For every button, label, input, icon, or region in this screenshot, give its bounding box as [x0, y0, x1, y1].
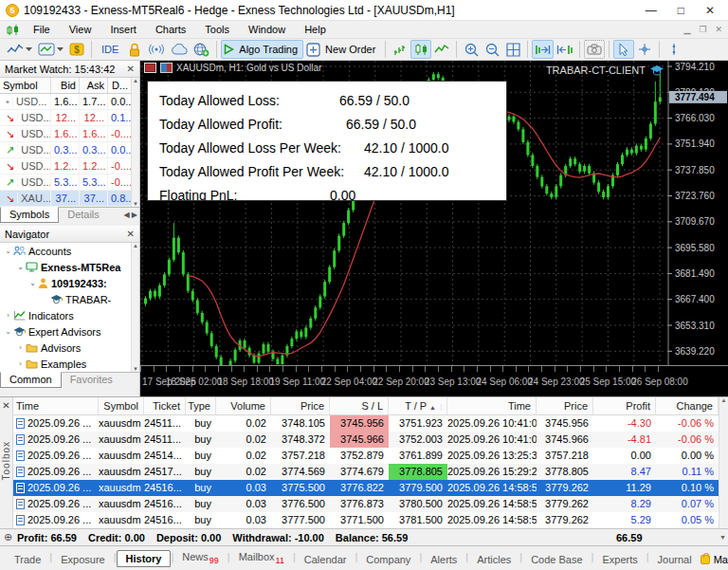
chart-style-icon[interactable] — [4, 40, 35, 59]
market-watch-row[interactable]: ↗ USD...5.3...5.3...-0.... — [0, 175, 139, 191]
menu-insert[interactable]: Insert — [100, 21, 146, 38]
close-button[interactable]: ✕ — [705, 4, 715, 17]
time-axis[interactable]: 17 Sep 202518 Sep 02:0018 Sep 18:0019 Se… — [140, 365, 728, 396]
signals-icon[interactable] — [145, 40, 168, 59]
tab-details[interactable]: Details — [59, 208, 108, 223]
expander-icon[interactable]: ⌄ — [28, 279, 37, 287]
history-column-5[interactable]: Price — [271, 397, 330, 414]
history-column-11[interactable]: Change — [656, 397, 719, 414]
history-table-row[interactable]: 2025.09.26 ...xauusdm24516...buy0.033776… — [13, 496, 719, 512]
menu-file[interactable]: File — [24, 21, 60, 38]
navigator-item-examples[interactable]: ›Examples — [0, 356, 139, 372]
market-watch-scrollbar[interactable]: ▲▼ — [131, 78, 139, 207]
history-column-0[interactable]: Time — [13, 397, 99, 414]
tab-symbols[interactable]: Symbols — [0, 207, 59, 223]
history-column-2[interactable]: Ticket — [144, 397, 186, 414]
market-watch-row[interactable]: ↗ USD...0.3...0.3...0.0... — [0, 142, 139, 158]
history-column-10[interactable]: Profit — [593, 397, 656, 414]
child-close-button[interactable]: ✕ — [715, 25, 722, 34]
history-column-3[interactable]: Type — [186, 397, 216, 414]
chart-canvas[interactable]: 3794.2103780.1203766.0303751.9403737.850… — [140, 61, 728, 365]
market-watch-row[interactable]: ↘ USD...12...12...0.1... — [0, 110, 139, 126]
history-column-6[interactable]: S / L — [330, 397, 389, 414]
expander-icon[interactable]: › — [16, 343, 25, 352]
history-table-row[interactable]: 2025.09.26 ...xauusdm24517...buy0.023774… — [13, 464, 719, 480]
ide-button[interactable]: IDE — [96, 40, 124, 59]
expander-icon[interactable]: ⌄ — [4, 247, 12, 255]
toolbox-tab-exposure[interactable]: Exposure — [52, 552, 113, 567]
market-watch-column-ask[interactable]: Ask — [80, 78, 108, 93]
tab-common[interactable]: Common — [0, 372, 62, 388]
bar-chart-icon[interactable] — [390, 40, 410, 59]
menu-tools[interactable]: Tools — [195, 21, 239, 38]
toolbox-tab-history[interactable]: History — [117, 550, 172, 567]
menu-charts[interactable]: Charts — [146, 21, 195, 38]
auto-scroll-icon[interactable] — [532, 40, 554, 59]
tab-favorites[interactable]: Favorites — [62, 373, 121, 388]
history-column-9[interactable]: Price — [537, 397, 593, 414]
market-button[interactable]: Market — [701, 554, 728, 565]
history-scrollbar[interactable]: ▲ — [719, 397, 728, 546]
toolbox-tab-experts[interactable]: Experts — [593, 552, 646, 567]
market-watch-column-bid[interactable]: Bid — [51, 78, 80, 93]
history-table-row[interactable]: 2025.09.26 ...xauusdm24514...buy0.023757… — [13, 448, 719, 464]
vertical-line-icon[interactable] — [664, 40, 684, 59]
history-column-4[interactable]: Volume — [216, 397, 271, 414]
chart-shift-icon[interactable] — [554, 40, 575, 59]
history-table-row[interactable]: 2025.09.26 ...xauusdm24511...buy0.023748… — [13, 432, 719, 448]
toolbox-tab-mailbox[interactable]: Mailbox11 — [230, 549, 293, 567]
toolbox-tab-alerts[interactable]: Alerts — [422, 552, 465, 567]
history-table-row[interactable]: 2025.09.26 ...xauusdm24516...buy0.033775… — [13, 480, 719, 496]
toolbox-tab-code-base[interactable]: Code Base — [522, 552, 591, 567]
menu-window[interactable]: Window — [239, 21, 295, 38]
candlestick-icon[interactable] — [410, 40, 431, 59]
toolbox-tab-journal[interactable]: Journal — [649, 552, 701, 567]
market-watch-row[interactable]: • USD...1.6...1.7...0.0... — [0, 94, 139, 110]
chart-menu-icon[interactable] — [144, 63, 156, 73]
navigator-scrollbar[interactable]: ▲▼ — [131, 243, 139, 372]
scroll-down-icon[interactable]: ▼ — [719, 534, 726, 541]
market-watch-close-icon[interactable]: ✕ — [127, 64, 135, 74]
zoom-out-icon[interactable] — [482, 40, 502, 59]
toolbox-close-icon[interactable]: ✕ — [0, 397, 12, 411]
zoom-in-icon[interactable] — [461, 40, 482, 59]
menu-help[interactable]: Help — [295, 21, 336, 38]
deposit-icon[interactable]: $ — [66, 40, 87, 59]
toolbox-tab-company[interactable]: Company — [357, 552, 419, 567]
navigator-close-icon[interactable]: ✕ — [127, 229, 135, 239]
toolbox-tab-articles[interactable]: Articles — [468, 552, 519, 567]
child-restore-button[interactable]: ❐ — [699, 25, 706, 34]
navigator-item-indicators[interactable]: ›Indicators — [0, 307, 139, 323]
line-chart-icon[interactable] — [431, 40, 452, 59]
market-watch-row[interactable]: ↘ USD...1.6...1.6...-0.... — [0, 126, 139, 142]
toolbox-tab-trade[interactable]: Trade — [6, 552, 49, 567]
history-table-row[interactable]: 2025.09.26 ...xauusdm24511...buy0.023748… — [13, 415, 719, 432]
toolbox-tab-calendar[interactable]: Calendar — [296, 552, 355, 567]
navigator-item-109192433-[interactable]: ⌄109192433: — [0, 275, 139, 291]
navigator-item-exness-mt5rea[interactable]: ⌄Exness-MT5Rea — [0, 259, 139, 275]
restore-button[interactable]: □ — [678, 4, 684, 17]
market-watch-column-d[interactable]: D... — [108, 78, 132, 93]
child-minimize-button[interactable]: ▁ — [683, 25, 690, 34]
minimize-button[interactable]: — — [646, 4, 657, 17]
expander-icon[interactable]: › — [4, 311, 12, 320]
history-table-row[interactable]: 2025.09.26 ...xauusdm24516...buy0.033777… — [13, 512, 719, 528]
community-icon[interactable] — [191, 40, 212, 59]
tab-scroll-arrows[interactable]: ◀ ▶ — [123, 208, 139, 223]
market-watch-row[interactable]: ↘ USD...1.2...1.2...-0.... — [0, 158, 139, 175]
history-column-7[interactable]: T / P ▲ — [389, 397, 447, 414]
algo-trading-button[interactable]: Algo Trading — [221, 40, 303, 59]
chart-profile-icon[interactable] — [35, 40, 66, 59]
navigator-item-accounts[interactable]: ⌄Accounts — [0, 243, 139, 259]
market-lock-icon[interactable] — [124, 40, 145, 59]
market-watch-row[interactable]: ↘ XAU...37...37...0.8... — [0, 191, 139, 207]
menu-view[interactable]: View — [60, 21, 101, 38]
history-column-8[interactable]: Time — [447, 397, 537, 414]
expand-icon[interactable]: ⊕ — [4, 531, 12, 543]
cloud-icon[interactable] — [168, 40, 191, 59]
navigator-item-trabar-[interactable]: TRABAR- — [0, 291, 139, 307]
screenshot-icon[interactable] — [584, 40, 605, 59]
market-watch-column-symbol[interactable]: Symbol — [0, 78, 51, 93]
navigator-item-expert-advisors[interactable]: ⌄Expert Advisors — [0, 323, 139, 340]
expander-icon[interactable]: ⌄ — [16, 263, 25, 271]
